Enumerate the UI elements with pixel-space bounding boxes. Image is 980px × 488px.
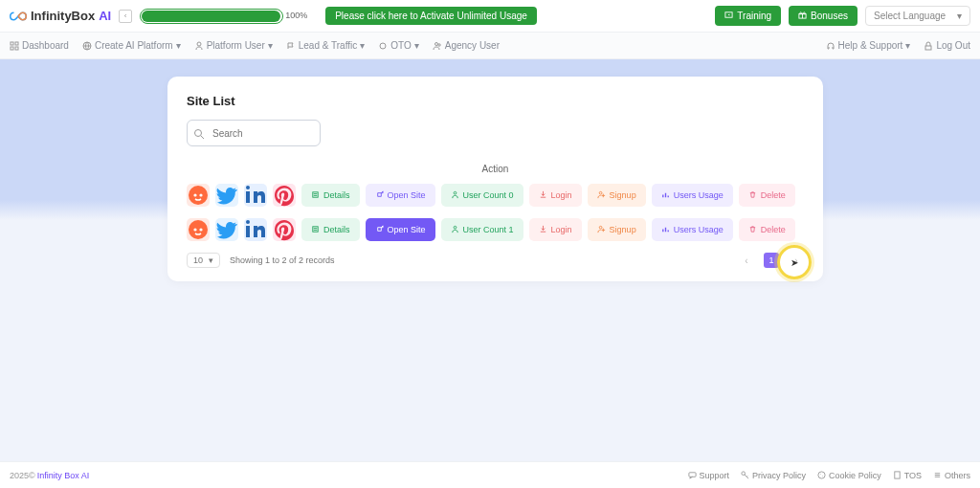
- footer-others[interactable]: Others: [933, 471, 970, 480]
- search-input[interactable]: [187, 120, 321, 146]
- twitter-icon[interactable]: [215, 184, 238, 207]
- chevron-down-icon: ▾: [268, 40, 273, 51]
- menu-help[interactable]: Help & Support ▾: [826, 40, 911, 51]
- button-label: Users Usage: [674, 225, 724, 234]
- bonuses-button[interactable]: Bonuses: [789, 6, 858, 26]
- table-footer: 10 ▾ Showing 1 to 2 of 2 records ‹ 1 ›: [187, 253, 804, 268]
- top-header: InfinityBox AI ‹ 100% Please click here …: [0, 0, 980, 33]
- menu-platform-user[interactable]: Platform User ▾: [194, 40, 273, 51]
- menu-oto[interactable]: OTO ▾: [378, 40, 418, 51]
- perpage-select[interactable]: 10 ▾: [187, 253, 220, 268]
- login-button[interactable]: Login: [529, 184, 582, 207]
- signup-button[interactable]: Signup: [588, 218, 646, 241]
- copyright-year: 2025©: [10, 471, 35, 480]
- linkedin-icon[interactable]: [244, 218, 267, 241]
- svg-point-25: [246, 220, 250, 224]
- brand-suffix: AI: [99, 9, 111, 23]
- signup-icon: [597, 225, 606, 235]
- chevron-down-icon: ▾: [360, 40, 365, 51]
- page-next[interactable]: ›: [789, 253, 804, 268]
- cookie-icon: [817, 471, 826, 479]
- menu-create-ai[interactable]: Create AI Platform ▾: [82, 40, 181, 51]
- brand-logo[interactable]: InfinityBox AI: [10, 8, 111, 25]
- svg-rect-16: [246, 191, 250, 203]
- chevron-down-icon: ▾: [176, 40, 181, 51]
- menu-lead-traffic[interactable]: Lead & Traffic ▾: [286, 40, 366, 51]
- button-label: Details: [323, 225, 350, 234]
- svg-rect-18: [313, 191, 318, 196]
- search-wrap: [187, 120, 321, 146]
- progress-percent: 100%: [285, 11, 307, 20]
- svg-point-32: [820, 474, 821, 475]
- button-label: Delete: [761, 225, 786, 234]
- collapse-button[interactable]: ‹: [119, 10, 132, 23]
- button-label: Open Site: [388, 225, 426, 234]
- showing-text: Showing 1 to 2 of 2 records: [230, 255, 335, 265]
- oto-icon: [378, 41, 388, 51]
- svg-rect-26: [313, 226, 318, 231]
- chat-icon: [688, 471, 697, 479]
- footer-cookie[interactable]: Cookie Policy: [817, 471, 881, 480]
- signup-button[interactable]: Signup: [588, 184, 646, 207]
- user-icon: [194, 41, 204, 51]
- svg-point-21: [189, 220, 208, 239]
- menu-agency-user[interactable]: Agency User: [433, 40, 500, 51]
- details-button[interactable]: Details: [301, 218, 360, 241]
- svg-point-22: [193, 228, 196, 231]
- svg-point-23: [199, 228, 202, 231]
- users-usage-icon: [661, 190, 670, 201]
- svg-rect-24: [246, 226, 250, 237]
- users-icon: [433, 41, 442, 51]
- reddit-icon[interactable]: [187, 218, 210, 241]
- button-label: Login: [551, 190, 572, 200]
- button-label: Login: [551, 225, 572, 234]
- dashboard-icon: [10, 41, 19, 51]
- delete-button[interactable]: Delete: [739, 218, 795, 241]
- footer-support[interactable]: Support: [688, 471, 730, 480]
- svg-point-13: [189, 186, 208, 205]
- svg-point-31: [818, 472, 825, 478]
- training-icon: [724, 11, 733, 21]
- button-label: User Count 1: [463, 225, 514, 234]
- footer-privacy[interactable]: Privacy Policy: [741, 471, 806, 480]
- menu-dashboard[interactable]: Dashboard: [10, 40, 69, 51]
- open-site-button[interactable]: Open Site: [366, 184, 435, 207]
- details-icon: [311, 225, 320, 235]
- footer-brand[interactable]: Infinity Box AI: [37, 471, 90, 480]
- signup-icon: [597, 190, 606, 201]
- globe-icon: [82, 41, 92, 51]
- delete-button[interactable]: Delete: [739, 184, 795, 207]
- user-count-button[interactable]: User Count 1: [441, 218, 523, 241]
- svg-point-15: [199, 193, 202, 196]
- svg-point-19: [454, 191, 457, 194]
- content-area: Site List Action DetailsOpen SiteUser Co…: [0, 59, 980, 461]
- page-current: 1: [764, 253, 779, 268]
- footer-tos[interactable]: TOS: [893, 471, 922, 480]
- reddit-icon[interactable]: [187, 184, 210, 207]
- svg-point-20: [599, 191, 602, 194]
- page-prev[interactable]: ‹: [739, 253, 754, 268]
- login-button[interactable]: Login: [529, 218, 582, 241]
- user-count-icon: [451, 190, 459, 201]
- svg-point-30: [742, 472, 746, 476]
- linkedin-icon[interactable]: [244, 184, 267, 207]
- pinterest-icon[interactable]: [273, 184, 296, 207]
- open-site-button[interactable]: Open Site: [366, 218, 435, 241]
- pinterest-icon[interactable]: [273, 218, 296, 241]
- login-icon: [539, 225, 547, 235]
- twitter-icon[interactable]: [215, 218, 238, 241]
- svg-rect-11: [925, 46, 931, 50]
- language-select[interactable]: Select Language ▾: [865, 6, 970, 26]
- details-button[interactable]: Details: [301, 184, 360, 207]
- gift-icon: [798, 11, 807, 21]
- key-icon: [741, 471, 749, 479]
- users-usage-button[interactable]: Users Usage: [652, 218, 733, 241]
- user-count-button[interactable]: User Count 0: [441, 184, 523, 207]
- activate-button[interactable]: Please click here to Activate Unlimited …: [325, 7, 537, 25]
- users-usage-button[interactable]: Users Usage: [652, 184, 733, 207]
- training-button[interactable]: Training: [715, 6, 781, 26]
- infinity-icon: [10, 8, 27, 25]
- svg-rect-5: [15, 47, 18, 50]
- svg-rect-34: [894, 472, 899, 478]
- menu-logout[interactable]: Log Out: [924, 40, 970, 51]
